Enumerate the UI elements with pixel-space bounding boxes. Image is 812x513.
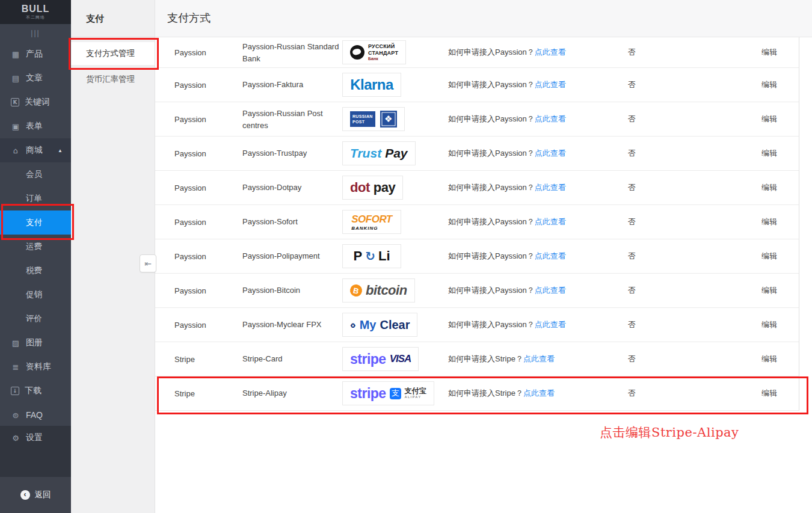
grid-icon: ▦ (11, 50, 20, 59)
help-link[interactable]: 点此查看 (535, 251, 566, 260)
cell-provider: Stripe (174, 389, 195, 398)
logo-part: Klarna (350, 76, 393, 93)
table-row: PayssionPayssion-Dotpaydotpay如何申请接入Payss… (155, 171, 799, 205)
cell-help: 如何申请接入Payssion？点此查看 (448, 319, 566, 330)
edit-link[interactable]: 编辑 (761, 79, 777, 90)
sidebar-item-articles[interactable]: ▤文章 (0, 66, 71, 90)
logo-part: Clear (380, 318, 410, 332)
cell-enabled-status: 否 (628, 354, 636, 364)
poli-logo: P↻Li (342, 244, 401, 268)
sidebar-item-settings[interactable]: ⚙设置 (0, 426, 71, 450)
sidebar-item-label: 下载 (25, 386, 42, 396)
logo-part: Банк (368, 57, 378, 61)
download-icon: ↓ (11, 387, 19, 395)
cell-help: 如何申请接入Stripe？点此查看 (448, 354, 555, 364)
logo-part: pay (374, 180, 395, 195)
help-link[interactable]: 点此查看 (523, 354, 555, 363)
stripe-alipay-logo: stripe支支付宝ALIPAY (342, 381, 434, 405)
help-link[interactable]: 点此查看 (535, 320, 566, 329)
help-link[interactable]: 点此查看 (535, 217, 566, 226)
table-row: PayssionPayssion-BitcoinBbitcoin如何申请接入Pa… (155, 274, 799, 308)
help-link[interactable]: 点此查看 (535, 286, 566, 295)
cell-enabled-status: 否 (628, 217, 636, 227)
logo-part: BANKING (351, 226, 378, 231)
help-text: 如何申请接入Payssion？ (448, 286, 535, 295)
edit-link[interactable]: 编辑 (761, 47, 777, 58)
sidebar-subitem-promotion[interactable]: 促销 (0, 283, 71, 307)
help-link[interactable]: 点此查看 (535, 114, 566, 123)
logo-part: My (360, 318, 377, 332)
help-link[interactable]: 点此查看 (523, 389, 555, 398)
panel-collapse-button[interactable]: ⇤ (140, 254, 156, 272)
sidebar-item-downloads[interactable]: ↓下载 (0, 379, 71, 403)
klarna-logo: Klarna (342, 73, 401, 97)
sidebar-collapse-icon[interactable]: ||| (0, 24, 71, 42)
panel-item-1[interactable]: 货币汇率管理 (71, 69, 155, 90)
logo-part: ALIPAY (405, 395, 422, 399)
logo-part: SOFORT (351, 213, 392, 226)
cell-method-name: Payssion-Russian Post centres (242, 108, 342, 131)
cell-help: 如何申请接入Payssion？点此查看 (448, 114, 566, 124)
drawers-icon: ≣ (11, 363, 20, 372)
help-text: 如何申请接入Payssion？ (448, 320, 535, 329)
cell-method-name: Payssion-Russian Standard Bank (242, 41, 342, 64)
sidebar: BULL 不二网络 ||| ▦产品▤文章K关键词▣表单⌂商城▲会员订单支付运费税… (0, 0, 71, 513)
edit-link[interactable]: 编辑 (761, 114, 777, 124)
sidebar-subitem-payment[interactable]: 支付 (0, 210, 71, 235)
cell-provider: Payssion (174, 81, 206, 90)
edit-link[interactable]: 编辑 (761, 217, 777, 227)
panel-items: 支付方式管理货币汇率管理 (71, 42, 155, 90)
sidebar-item-albums[interactable]: ▨图册 (0, 331, 71, 355)
cell-enabled-status: 否 (628, 285, 636, 296)
cell-method-name: Stripe-Card (242, 353, 342, 365)
picture-icon: ▨ (11, 339, 20, 348)
cell-help: 如何申请接入Payssion？点此查看 (448, 79, 566, 90)
sidebar-item-library[interactable]: ≣资料库 (0, 355, 71, 379)
sidebar-subitem-members[interactable]: 会员 (0, 162, 71, 186)
edit-link[interactable]: 编辑 (761, 388, 777, 399)
logo-part: Trust (350, 146, 381, 161)
sidebar-item-products[interactable]: ▦产品 (0, 42, 71, 66)
sidebar-item-label: 产品 (26, 49, 43, 60)
cell-help: 如何申请接入Stripe？点此查看 (448, 388, 555, 399)
help-link[interactable]: 点此查看 (535, 183, 566, 192)
sidebar-item-forms[interactable]: ▣表单 (0, 114, 71, 138)
cell-provider: Payssion (174, 286, 206, 295)
help-link[interactable]: 点此查看 (535, 80, 566, 89)
cell-provider: Payssion (174, 48, 206, 57)
sidebar-nav: ▦产品▤文章K关键词▣表单⌂商城▲会员订单支付运费税费促销评价▨图册≣资料库↓下… (0, 42, 71, 427)
sidebar-subitem-orders[interactable]: 订单 (0, 186, 71, 210)
cell-enabled-status: 否 (628, 388, 636, 399)
sidebar-item-keywords[interactable]: K关键词 (0, 90, 71, 114)
back-button[interactable]: ‹ 返回 (0, 477, 71, 513)
edit-link[interactable]: 编辑 (761, 148, 777, 159)
app-window: BULL 不二网络 ||| ▦产品▤文章K关键词▣表单⌂商城▲会员订单支付运费税… (0, 0, 812, 513)
logo-part: dot (350, 180, 370, 195)
cell-enabled-status: 否 (628, 251, 636, 262)
sidebar-subitem-shipping[interactable]: 运费 (0, 235, 71, 259)
cell-help: 如何申请接入Payssion？点此查看 (448, 47, 566, 58)
help-text: 如何申请接入Payssion？ (448, 48, 535, 57)
cell-provider: Stripe (174, 355, 195, 364)
cell-enabled-status: 否 (628, 114, 636, 124)
help-link[interactable]: 点此查看 (535, 48, 566, 57)
edit-link[interactable]: 编辑 (761, 182, 777, 193)
edit-link[interactable]: 编辑 (761, 354, 777, 364)
sidebar-item-faq[interactable]: ⊜FAQ (0, 403, 71, 427)
panel-item-0[interactable]: 支付方式管理 (71, 42, 155, 65)
edit-link[interactable]: 编辑 (761, 251, 777, 262)
edit-link[interactable]: 编辑 (761, 285, 777, 296)
edit-link[interactable]: 编辑 (761, 319, 777, 330)
logo-part: Li (378, 248, 390, 264)
help-text: 如何申请接入Payssion？ (448, 183, 535, 192)
help-link[interactable]: 点此查看 (535, 149, 566, 158)
sidebar-subitem-reviews[interactable]: 评价 (0, 307, 71, 331)
sidebar-item-label: 设置 (26, 432, 43, 443)
sidebar-subitem-tax[interactable]: 税费 (0, 259, 71, 283)
app-logo: BULL 不二网络 (0, 0, 71, 24)
cell-enabled-status: 否 (628, 47, 636, 58)
main-header: 支付方式 (155, 0, 812, 37)
cell-method-name: Payssion-Sofort (242, 216, 342, 228)
sidebar-item-mall[interactable]: ⌂商城▲ (0, 138, 71, 162)
cell-provider: Payssion (174, 183, 206, 192)
